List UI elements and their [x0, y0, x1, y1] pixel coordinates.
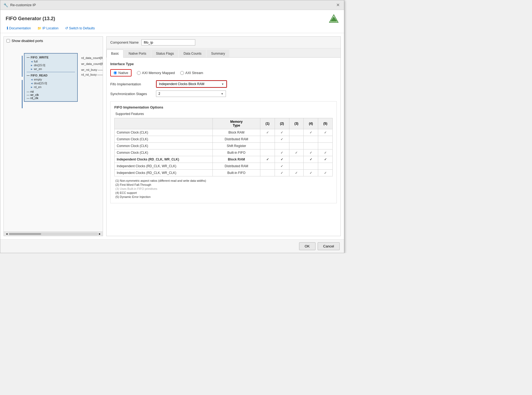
- port-rd-clk: — rd_clk: [27, 96, 75, 100]
- diagram-container: — FIFO_WRITE ◄ full ► din[15:0]: [6, 48, 100, 123]
- tab-data-counts[interactable]: Data Counts: [179, 50, 206, 57]
- table-row: Common Clock (CLK)Built-in FIFO✓✓✓✓: [115, 149, 333, 156]
- cell-c1: [260, 163, 275, 170]
- axi-mm-radio[interactable]: [137, 71, 141, 75]
- close-button[interactable]: ✕: [335, 2, 341, 8]
- ext-port-rd-rst-busy: rd_rst_busy ——: [81, 73, 103, 76]
- cell-c4: [304, 163, 318, 170]
- header-col2: (2): [275, 118, 289, 129]
- table-header-row: MemoryType (1) (2) (3) (4) (5): [115, 118, 333, 129]
- fifo-impl-row: Fifo Implementation Independent Clocks B…: [110, 80, 337, 88]
- info-icon: ℹ: [7, 26, 8, 30]
- component-name-row: Component Name: [107, 37, 341, 48]
- app-title-text: FIFO Generator (13.2): [6, 16, 55, 22]
- axi-stream-radio[interactable]: [180, 71, 184, 75]
- cancel-button[interactable]: Cancel: [318, 242, 340, 250]
- cell-c1: ✓: [260, 129, 275, 136]
- axi-stream-label: AXI Stream: [185, 71, 203, 75]
- ext-port-wr-rst-busy: wr_rst_busy ——: [81, 68, 103, 71]
- native-option-container: Native: [110, 69, 132, 76]
- scroll-left-button[interactable]: ◄: [5, 232, 9, 235]
- port-full: ◄ full: [27, 60, 75, 63]
- interface-type-title: Interface Type: [110, 62, 337, 66]
- documentation-button[interactable]: ℹ Documentation: [6, 26, 32, 31]
- tab-content: Interface Type Native AXI Memory Mapped: [107, 58, 341, 236]
- cell-c5: [318, 143, 333, 149]
- cell-c1: [260, 170, 275, 176]
- fifo-impl-select[interactable]: Independent Clocks Block RAM ▼: [157, 81, 226, 87]
- cell-c3: [289, 143, 304, 149]
- right-panel: Component Name Basic Native Ports Status…: [106, 36, 341, 236]
- axi-stream-option[interactable]: AXI Stream: [180, 71, 203, 75]
- cell-c4: ✓: [304, 156, 318, 163]
- port-wr-clk: — wr_clk: [27, 93, 75, 96]
- scrollbar-track: [9, 233, 98, 235]
- cell-c4: ✓: [304, 149, 318, 156]
- ext-port-wr-data-count: wr_data_count[8:0] ——: [81, 62, 103, 65]
- scrollbar-thumb[interactable]: [9, 233, 41, 235]
- switch-defaults-button[interactable]: ↺ Switch to Defaults: [64, 26, 96, 31]
- cell-c5: ✓: [318, 129, 333, 136]
- window-title: Re-customize IP: [10, 3, 36, 7]
- ok-button[interactable]: OK: [299, 242, 315, 250]
- footnote-item: (5) Dynamic Error Injection: [115, 195, 333, 198]
- native-radio[interactable]: [114, 71, 117, 75]
- app-title-row: FIFO Generator (13.2): [6, 14, 339, 23]
- features-table: MemoryType (1) (2) (3) (4) (5) Common Cl…: [114, 118, 333, 176]
- fifo-impl-value: Independent Clocks Block RAM: [159, 82, 204, 86]
- cell-c2: ✓: [275, 156, 289, 163]
- axi-mm-label: AXI Memory Mapped: [142, 71, 175, 75]
- fifo-write-section: — FIFO_WRITE ◄ full ► din[15:0]: [27, 55, 75, 71]
- header-feature: [115, 118, 213, 129]
- sync-stages-value: 2: [158, 92, 160, 96]
- header-col3: (3): [289, 118, 304, 129]
- fifo-read-section: — FIFO_READ ◄ empty ◄ dout[15:0]: [27, 73, 75, 89]
- component-name-input[interactable]: [141, 39, 195, 46]
- tab-basic[interactable]: Basic: [107, 50, 123, 58]
- cell-c2: ✓: [275, 149, 289, 156]
- toolbar: ℹ Documentation 📁 IP Location ↺ Switch t…: [6, 23, 339, 31]
- cell-c3: ✓: [289, 149, 304, 156]
- ext-port-rd-data-count: rd_data_count[8:0] —: [81, 56, 103, 60]
- tab-status-flags[interactable]: Status Flags: [151, 50, 179, 57]
- vivado-logo: [329, 14, 339, 23]
- fifo-impl-options-title: FIFO Implementation Options: [114, 105, 333, 109]
- fifo-read-header: — FIFO_READ: [27, 73, 75, 78]
- table-row: Independent Clocks (RD_CLK, WR_CLK)Built…: [115, 170, 333, 176]
- fifo-read-label: FIFO_READ: [31, 74, 47, 77]
- sync-stages-select[interactable]: 2 ▼: [156, 90, 226, 97]
- scroll-right-button[interactable]: ►: [98, 232, 102, 235]
- cell-c2: ✓: [275, 163, 289, 170]
- tab-summary[interactable]: Summary: [207, 50, 229, 57]
- cell-c1: [260, 136, 275, 143]
- title-bar: 🔧 Re-customize IP ✕: [0, 0, 344, 10]
- component-name-label: Component Name: [110, 40, 139, 44]
- footnote-item: (4) ECC support: [115, 191, 333, 194]
- fifo-write-label: FIFO_WRITE: [31, 56, 49, 59]
- port-rst: — rst: [27, 90, 75, 93]
- ip-location-button[interactable]: 📁 IP Location: [36, 26, 60, 31]
- header-col5: (5): [318, 118, 333, 129]
- table-row: Common Clock (CLK)Shift Register: [115, 143, 333, 149]
- title-bar-left: 🔧 Re-customize IP: [3, 3, 36, 7]
- supported-features-title: Supported Features: [114, 112, 333, 116]
- fifo-write-header: — FIFO_WRITE: [27, 55, 75, 60]
- footnotes-section: (1) Non-symmetric aspect ratios (differe…: [114, 179, 333, 198]
- cell-c5: ✓: [318, 170, 333, 176]
- header: FIFO Generator (13.2) ℹ Documentation 📁 …: [0, 10, 344, 33]
- cell-c1: [260, 143, 275, 149]
- tabs-row: Basic Native Ports Status Flags Data Cou…: [107, 48, 341, 58]
- tab-native-ports[interactable]: Native Ports: [124, 50, 151, 57]
- sync-stages-label: Synchronization Stages: [110, 92, 153, 96]
- cell-c5: [318, 136, 333, 143]
- footnote-item: (2) First-Word Fall-Through: [115, 183, 333, 186]
- app-icon: 🔧: [3, 3, 8, 7]
- footnote-item: (3) Uses Built-in FIFO primitives: [115, 187, 333, 190]
- horizontal-scrollbar[interactable]: ◄ ►: [4, 232, 103, 236]
- show-disabled-ports-checkbox[interactable]: [6, 39, 10, 43]
- cell-c3: [289, 136, 304, 143]
- axi-mm-option[interactable]: AXI Memory Mapped: [137, 71, 175, 75]
- main-content: Show disabled ports: [0, 33, 344, 239]
- cell-c4: ✓: [304, 170, 318, 176]
- header-memory-type: MemoryType: [212, 118, 260, 129]
